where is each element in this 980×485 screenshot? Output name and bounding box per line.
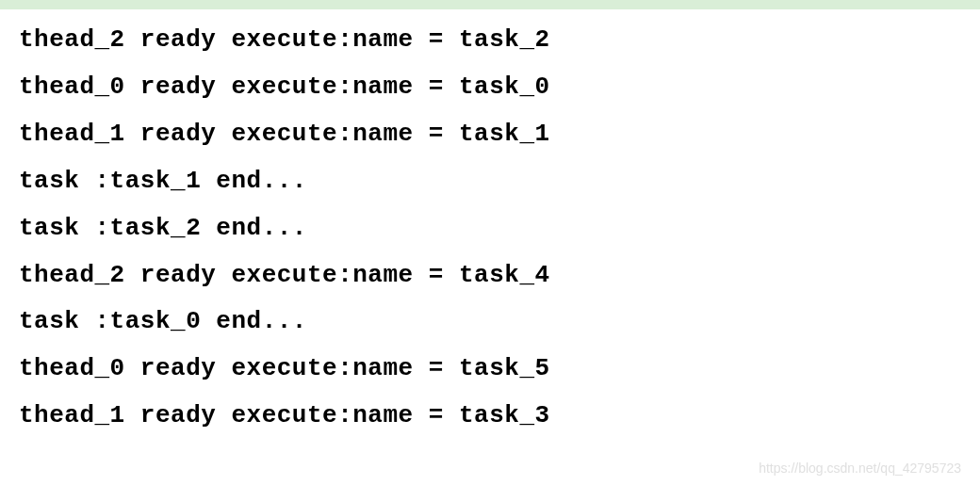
console-line: task :task_1 end... xyxy=(19,158,961,205)
watermark-text: https://blog.csdn.net/qq_42795723 xyxy=(759,461,961,476)
console-line: task :task_2 end... xyxy=(19,205,961,252)
console-line: thead_1 ready execute:name = task_1 xyxy=(19,111,961,158)
console-output: thead_2 ready execute:name = task_2 thea… xyxy=(19,8,961,440)
console-line: thead_0 ready execute:name = task_5 xyxy=(19,346,961,393)
console-line: thead_0 ready execute:name = task_0 xyxy=(19,64,961,111)
console-line: thead_1 ready execute:name = task_3 xyxy=(19,393,961,440)
console-line: thead_2 ready execute:name = task_2 xyxy=(19,17,961,64)
console-line: thead_2 ready execute:name = task_4 xyxy=(19,252,961,299)
console-line: task :task_0 end... xyxy=(19,299,961,346)
